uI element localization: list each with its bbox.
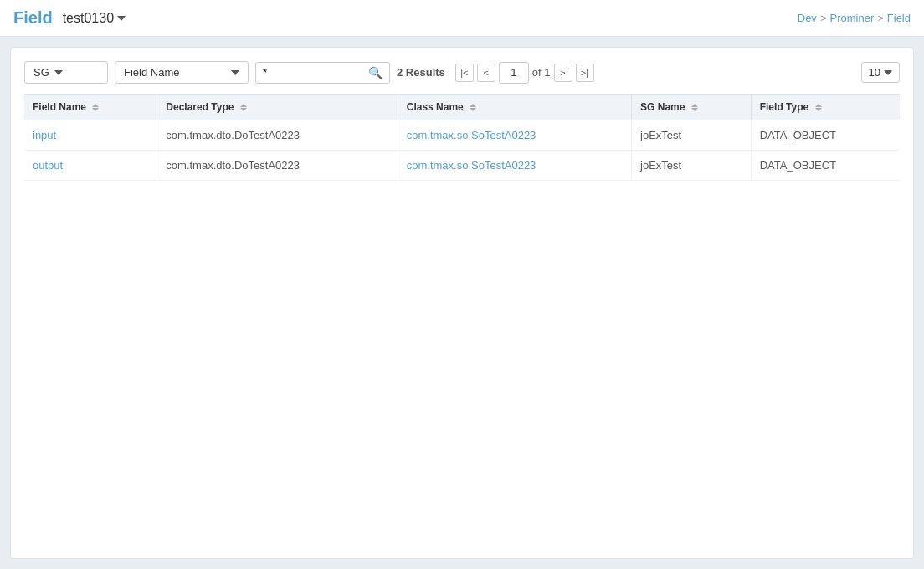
pagination: |< < of 1 > >| xyxy=(455,62,594,84)
col-class-name-label: Class Name xyxy=(407,101,464,113)
col-sg-name[interactable]: SG Name xyxy=(632,95,752,120)
last-page-button[interactable]: >| xyxy=(576,64,594,82)
page-size-dropdown[interactable]: 10 xyxy=(861,62,900,83)
cell-field-name[interactable]: input xyxy=(24,120,157,151)
search-input[interactable] xyxy=(263,66,363,79)
cell-declared-type: com.tmax.dto.DoTestA0223 xyxy=(157,151,398,181)
table-row: inputcom.tmax.dto.DoTestA0223com.tmax.so… xyxy=(24,120,900,151)
col-declared-type[interactable]: Declared Type xyxy=(157,95,398,120)
field-name-dropdown[interactable]: Field Name xyxy=(115,61,249,84)
sg-name-sort-arrows xyxy=(691,104,698,111)
col-declared-type-label: Declared Type xyxy=(166,101,234,113)
subtitle-dropdown-arrow[interactable] xyxy=(117,16,126,21)
page-title: Field xyxy=(13,8,53,28)
toolbar: SG Field Name 🔍 2 Results |< < of 1 > >|… xyxy=(24,61,900,84)
col-field-type[interactable]: Field Type xyxy=(751,95,900,120)
results-count: 2 Results xyxy=(397,66,445,79)
cell-class-name[interactable]: com.tmax.so.SoTestA0223 xyxy=(398,151,631,181)
col-field-name[interactable]: Field Name xyxy=(24,95,157,120)
top-bar: Field test0130 Dev > Prominer > Field xyxy=(0,0,924,37)
field-name-dropdown-arrow xyxy=(231,70,239,75)
class-name-sort-arrows xyxy=(470,104,476,111)
main-content: SG Field Name 🔍 2 Results |< < of 1 > >|… xyxy=(10,47,914,559)
col-sg-name-label: SG Name xyxy=(640,101,685,113)
page-size-label: 10 xyxy=(869,66,880,79)
sg-label: SG xyxy=(33,66,49,79)
next-page-button[interactable]: > xyxy=(554,64,572,82)
table-body: inputcom.tmax.dto.DoTestA0223com.tmax.so… xyxy=(24,120,900,181)
table-header: Field Name Declared Type Class Name xyxy=(24,95,900,120)
declared-type-sort-arrows xyxy=(240,104,247,111)
field-name-option-label: Field Name xyxy=(124,66,179,79)
breadcrumb-dev[interactable]: Dev xyxy=(798,12,817,24)
page-number-input[interactable] xyxy=(499,62,529,84)
data-table: Field Name Declared Type Class Name xyxy=(24,94,900,181)
cell-field-name[interactable]: output xyxy=(24,151,157,181)
breadcrumb-sep2: > xyxy=(877,12,884,24)
subtitle-text: test0130 xyxy=(63,11,114,26)
breadcrumb-sep1: > xyxy=(820,12,827,24)
first-page-button[interactable]: |< xyxy=(455,64,474,82)
col-field-type-label: Field Type xyxy=(760,101,808,113)
sg-dropdown-arrow xyxy=(54,70,63,75)
cell-sg-name: joExTest xyxy=(632,151,752,181)
cell-sg-name: joExTest xyxy=(632,120,752,151)
field-type-sort-arrows xyxy=(815,104,822,111)
cell-field-type: DATA_OBJECT xyxy=(751,151,900,181)
cell-field-type: DATA_OBJECT xyxy=(751,120,900,151)
table-row: outputcom.tmax.dto.DoTestA0223com.tmax.s… xyxy=(24,151,900,181)
breadcrumb-prominer[interactable]: Prominer xyxy=(829,12,874,24)
search-icon[interactable]: 🔍 xyxy=(368,66,382,79)
page-of-text: of 1 xyxy=(532,66,551,79)
search-box: 🔍 xyxy=(255,62,390,84)
cell-declared-type: com.tmax.dto.DoTestA0223 xyxy=(157,120,398,151)
breadcrumb: Dev > Prominer > Field xyxy=(798,12,911,24)
top-bar-left: Field test0130 xyxy=(13,8,126,28)
sg-dropdown[interactable]: SG xyxy=(24,61,108,84)
field-name-sort-arrows xyxy=(92,104,99,111)
cell-class-name[interactable]: com.tmax.so.SoTestA0223 xyxy=(398,120,631,151)
col-class-name[interactable]: Class Name xyxy=(398,95,631,120)
page-size-dropdown-arrow xyxy=(884,70,892,75)
subtitle-container: test0130 xyxy=(63,11,126,26)
breadcrumb-field[interactable]: Field xyxy=(887,12,911,24)
col-field-name-label: Field Name xyxy=(33,101,86,113)
prev-page-button[interactable]: < xyxy=(477,64,495,82)
